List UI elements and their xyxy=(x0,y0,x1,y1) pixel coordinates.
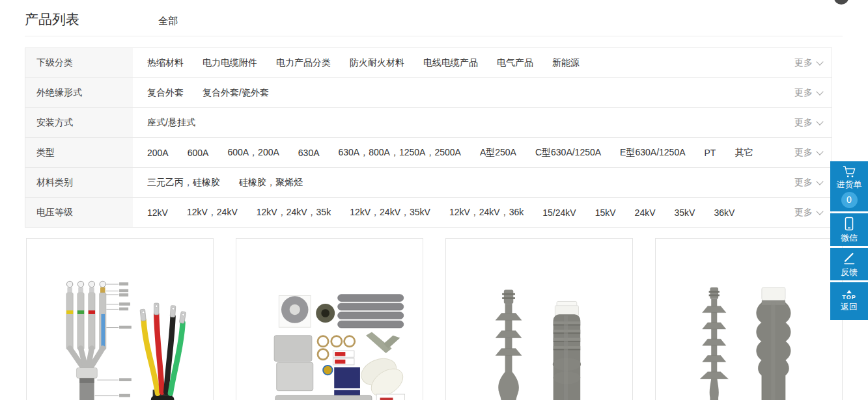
filter-option[interactable]: 新能源 xyxy=(552,57,580,69)
back-label: 返回 xyxy=(841,301,858,312)
more-button[interactable]: 更多 xyxy=(794,138,832,167)
chevron-down-icon xyxy=(816,118,823,125)
more-label: 更多 xyxy=(794,117,813,129)
cart-icon xyxy=(842,165,856,178)
filter-options: 12kV12kV，24kV12kV，24kV，35k12kV，24kV，35kV… xyxy=(133,198,794,227)
top-arrow-icon xyxy=(847,290,852,293)
chevron-down-icon xyxy=(816,88,823,95)
filter-options: 200A600A600A，200A630A630A，800A，1250A，250… xyxy=(133,138,794,167)
filter-row-3: 安装方式座式/悬挂式更多 xyxy=(25,108,832,138)
floating-toolbar: 进货单 0 微信 反馈 TOP 返回 xyxy=(830,161,868,320)
more-label: 更多 xyxy=(794,177,813,189)
cart-button[interactable]: 进货单 0 xyxy=(830,161,868,211)
product-grid xyxy=(26,238,843,400)
product-image-terminations-b xyxy=(664,271,833,400)
feedback-label: 反馈 xyxy=(841,267,858,278)
filter-option[interactable]: C型630A/1250A xyxy=(535,147,601,159)
product-card-termination-pair-b[interactable] xyxy=(655,238,843,400)
filter-option[interactable]: 12kV，24kV，35kV xyxy=(350,207,430,219)
avatar[interactable] xyxy=(834,0,848,5)
more-label: 更多 xyxy=(794,207,813,219)
filter-option[interactable]: 12kV xyxy=(147,207,168,218)
filter-options: 热缩材料电力电缆附件电力产品分类防火耐火材料电线电缆产品电气产品新能源 xyxy=(133,48,794,77)
wechat-button[interactable]: 微信 xyxy=(830,213,868,246)
product-card-cable-branch-termination[interactable] xyxy=(26,238,214,400)
filter-option[interactable]: PT xyxy=(705,148,716,158)
filter-row-1: 下级分类热缩材料电力电缆附件电力产品分类防火耐火材料电线电缆产品电气产品新能源更… xyxy=(25,48,832,78)
filter-label: 电压等级 xyxy=(25,198,133,227)
filter-row-4: 类型200A600A600A，200A630A630A，800A，1250A，2… xyxy=(25,138,832,168)
filter-option[interactable]: 防火耐火材料 xyxy=(350,57,404,69)
filter-options: 座式/悬挂式 xyxy=(133,108,794,137)
filter-option[interactable]: 600A，200A xyxy=(227,147,279,159)
filter-option[interactable]: 硅橡胶，聚烯烃 xyxy=(239,177,303,189)
tab-all[interactable]: 全部 xyxy=(158,15,178,27)
filter-option[interactable]: 座式/悬挂式 xyxy=(147,117,195,129)
more-button[interactable]: 更多 xyxy=(794,198,832,227)
more-button[interactable]: 更多 xyxy=(794,168,832,197)
filter-option[interactable]: 12kV，24kV，35k xyxy=(257,207,331,219)
filter-row-2: 外绝缘形式复合外套复合外套/瓷外套更多 xyxy=(25,78,832,108)
filter-options: 复合外套复合外套/瓷外套 xyxy=(133,78,794,107)
filter-label: 材料类别 xyxy=(25,168,133,197)
phone-icon xyxy=(843,217,856,231)
cart-label: 进货单 xyxy=(837,179,862,190)
more-label: 更多 xyxy=(794,87,813,99)
back-to-top-button[interactable]: TOP 返回 xyxy=(830,282,868,320)
filter-option[interactable]: 电力电缆附件 xyxy=(203,57,257,69)
chevron-down-icon xyxy=(816,58,823,65)
filter-option[interactable]: 复合外套 xyxy=(147,87,184,99)
filter-option[interactable]: 15kV xyxy=(595,207,616,218)
filter-label: 下级分类 xyxy=(25,48,133,77)
filter-option[interactable]: 电气产品 xyxy=(497,57,533,69)
filter-options: 三元乙丙，硅橡胶硅橡胶，聚烯烃 xyxy=(133,168,794,197)
filter-option[interactable]: 35kV xyxy=(675,207,695,218)
chevron-down-icon xyxy=(816,148,823,155)
product-card-termination-pair-a[interactable] xyxy=(445,238,633,400)
filter-option[interactable]: 600A xyxy=(188,148,209,158)
filter-option[interactable]: A型250A xyxy=(480,147,516,159)
feedback-button[interactable]: 反馈 xyxy=(830,248,868,280)
filter-option[interactable]: 电力产品分类 xyxy=(276,57,331,69)
filter-table: 下级分类热缩材料电力电缆附件电力产品分类防火耐火材料电线电缆产品电气产品新能源更… xyxy=(25,47,832,228)
filter-option[interactable]: 15/24kV xyxy=(542,207,576,218)
pencil-icon xyxy=(842,251,856,265)
more-button[interactable]: 更多 xyxy=(794,108,832,137)
filter-option[interactable]: 其它 xyxy=(735,147,753,159)
more-button[interactable]: 更多 xyxy=(794,48,832,77)
cart-count-badge: 0 xyxy=(841,192,858,208)
filter-option[interactable]: 630A xyxy=(298,148,320,158)
filter-label: 外绝缘形式 xyxy=(25,78,133,107)
wechat-label: 微信 xyxy=(841,232,858,243)
filter-option[interactable]: 630A，800A，1250A，2500A xyxy=(339,147,461,159)
filter-row-5: 材料类别三元乙丙，硅橡胶硅橡胶，聚烯烃更多 xyxy=(25,168,832,198)
more-button[interactable]: 更多 xyxy=(794,78,832,107)
filter-option[interactable]: 12kV，24kV，36k xyxy=(449,207,524,219)
filter-option[interactable]: 复合外套/瓷外套 xyxy=(203,87,269,99)
filter-option[interactable]: 36kV xyxy=(714,207,735,218)
chevron-down-icon xyxy=(816,207,823,215)
filter-option[interactable]: 电线电缆产品 xyxy=(423,57,478,69)
product-card-accessory-kit[interactable] xyxy=(236,238,423,400)
product-image-kit xyxy=(245,271,414,400)
page: 产品列表 全部 下级分类热缩材料电力电缆附件电力产品分类防火耐火材料电线电缆产品… xyxy=(0,0,868,400)
chevron-down-icon xyxy=(816,178,823,185)
product-image-cable-diagram xyxy=(32,271,208,400)
filter-label: 安装方式 xyxy=(25,108,133,137)
filter-option[interactable]: 三元乙丙，硅橡胶 xyxy=(147,177,220,189)
filter-option[interactable]: 12kV，24kV xyxy=(187,207,238,219)
more-label: 更多 xyxy=(794,57,813,69)
filter-row-6: 电压等级12kV12kV，24kV12kV，24kV，35k12kV，24kV，… xyxy=(25,198,832,228)
more-label: 更多 xyxy=(794,147,813,159)
top-text: TOP xyxy=(842,294,856,300)
header-divider xyxy=(25,36,843,36)
filter-option[interactable]: 200A xyxy=(147,148,169,158)
page-title: 产品列表 xyxy=(25,10,79,29)
product-image-terminations-a xyxy=(455,271,624,400)
filter-label: 类型 xyxy=(25,138,133,167)
filter-option[interactable]: 热缩材料 xyxy=(147,57,184,69)
filter-option[interactable]: 24kV xyxy=(635,207,656,218)
filter-option[interactable]: E型630A/1250A xyxy=(620,147,685,159)
